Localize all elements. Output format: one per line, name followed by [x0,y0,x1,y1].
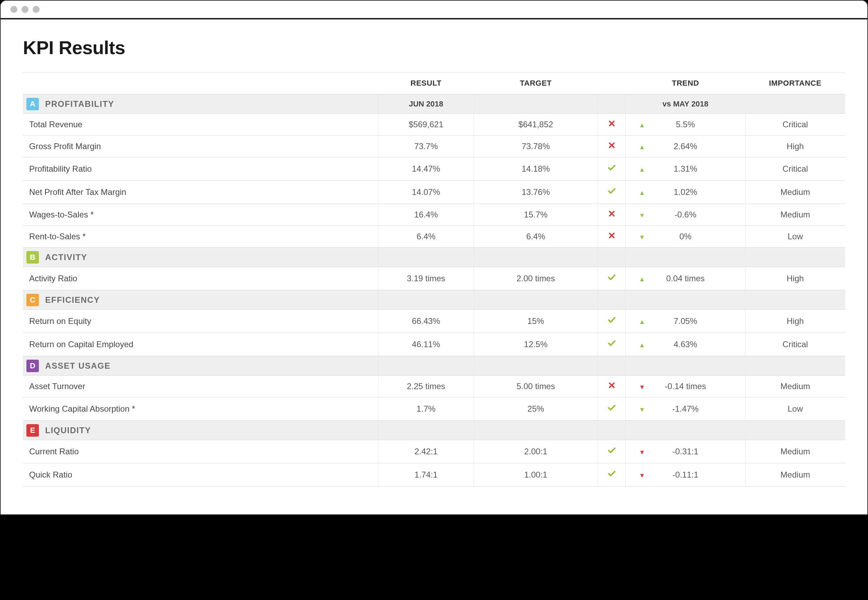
kpi-status [597,181,625,204]
section-header-row: CEFFICIENCY [23,290,845,310]
kpi-target: 13.76% [474,181,597,204]
kpi-name: Wages-to-Sales * [23,204,378,226]
section-title: ASSET USAGE [45,361,111,371]
check-icon [607,186,616,195]
kpi-target: 6.4% [474,226,597,248]
kpi-row: Gross Profit Margin73.7%73.78%▲2.64%High [23,136,845,158]
kpi-importance: Medium [745,376,845,397]
kpi-importance: Medium [745,464,845,486]
x-icon [608,232,616,239]
section-trend-sub [626,421,745,440]
section-badge: A [26,98,39,110]
kpi-row: Asset Turnover2.25 times5.00 times▼-0.14… [23,376,845,397]
section-trend-sub [626,356,745,376]
check-icon [607,164,616,173]
kpi-name: Asset Turnover [23,376,378,397]
section-result-sub [378,248,474,267]
trend-down-negative-icon: ▼ [639,383,645,391]
kpi-target: 1.00:1 [474,464,597,486]
section-title: ACTIVITY [45,253,87,262]
kpi-result: 73.7% [378,136,474,158]
check-icon [607,446,616,455]
kpi-target: 15% [474,310,597,333]
kpi-importance: High [745,136,845,158]
kpi-importance: Medium [745,204,845,226]
kpi-name: Rent-to-Sales * [23,226,378,248]
browser-window: KPI Results RESULT TARGET TREND IMPORTAN… [0,0,868,515]
kpi-row: Activity Ratio3.19 times2.00 times▲0.04 … [23,267,845,290]
section-badge: B [26,251,39,264]
kpi-trend: ▲5.5% [626,114,745,136]
header-status [597,73,625,94]
kpi-trend: ▲4.63% [626,333,745,356]
section-trend-sub [626,248,745,267]
trend-up-icon: ▲ [639,189,645,196]
kpi-result: 1.7% [378,397,474,421]
section-result-sub [378,421,474,440]
kpi-status [597,376,625,397]
check-icon [607,273,616,282]
section-trend-sub [626,290,745,310]
section-title: LIQUIDITY [45,426,91,435]
trend-down-icon: ▼ [639,212,645,219]
kpi-row: Rent-to-Sales *6.4%6.4%▼0%Low [23,226,845,248]
kpi-status [597,333,625,356]
section-title: EFFICIENCY [45,295,100,305]
kpi-status [597,464,625,486]
footer-bar [0,515,868,576]
kpi-result: 14.47% [378,158,474,181]
kpi-importance: Medium [745,440,845,464]
kpi-row: Net Profit After Tax Margin14.07%13.76%▲… [23,181,845,204]
section-result-sub: JUN 2018 [378,94,474,114]
kpi-status [597,114,625,136]
section-title: PROFITABILITY [45,99,114,109]
section-badge: D [26,360,39,372]
kpi-row: Total Revenue$569,621$641,852▲5.5%Critic… [23,114,845,136]
kpi-target: $641,852 [474,114,597,136]
trend-up-icon: ▲ [639,122,645,129]
trend-up-icon: ▲ [639,166,645,173]
kpi-name: Return on Capital Employed [23,333,378,356]
window-maximize-dot[interactable] [33,6,40,13]
browser-titlebar [1,1,867,20]
kpi-row: Working Capital Absorption *1.7%25%▼-1.4… [23,397,845,421]
trend-down-icon: ▼ [639,406,645,413]
kpi-importance: Critical [745,114,845,136]
x-icon [608,382,616,389]
kpi-status [597,158,625,181]
kpi-trend: ▼-1.47% [626,397,745,421]
kpi-name: Activity Ratio [23,267,378,290]
kpi-name: Quick Ratio [23,464,378,486]
header-result: RESULT [378,73,474,94]
kpi-status [597,204,625,226]
kpi-importance: Critical [745,158,845,181]
header-trend: TREND [626,73,745,94]
kpi-trend: ▲1.31% [626,158,745,181]
kpi-name: Gross Profit Margin [23,136,378,158]
kpi-table: RESULT TARGET TREND IMPORTANCE APROFITAB… [23,72,845,486]
kpi-importance: Low [745,226,845,248]
trend-up-icon: ▲ [639,342,645,348]
kpi-target: 73.78% [474,136,597,158]
header-importance: IMPORTANCE [745,73,845,94]
window-close-dot[interactable] [11,6,17,13]
window-minimize-dot[interactable] [21,6,29,13]
trend-up-icon: ▲ [639,144,645,150]
x-icon [608,210,616,217]
section-badge: C [26,294,39,306]
kpi-trend: ▼-0.14 times [626,376,745,397]
page-content: KPI Results RESULT TARGET TREND IMPORTAN… [1,20,867,514]
trend-up-icon: ▲ [639,276,645,283]
table-header-row: RESULT TARGET TREND IMPORTANCE [23,73,845,94]
kpi-target: 12.5% [474,333,597,356]
kpi-row: Wages-to-Sales *16.4%15.7%▼-0.6%Medium [23,204,845,226]
kpi-result: 66.43% [378,310,474,333]
section-result-sub [378,356,474,376]
kpi-name: Current Ratio [23,440,378,464]
x-icon [608,141,616,149]
check-icon [607,316,616,325]
kpi-trend: ▼-0.11:1 [626,464,745,486]
kpi-importance: High [745,267,845,290]
kpi-row: Return on Equity66.43%15%▲7.05%High [23,310,845,333]
kpi-trend: ▼0% [626,226,745,248]
